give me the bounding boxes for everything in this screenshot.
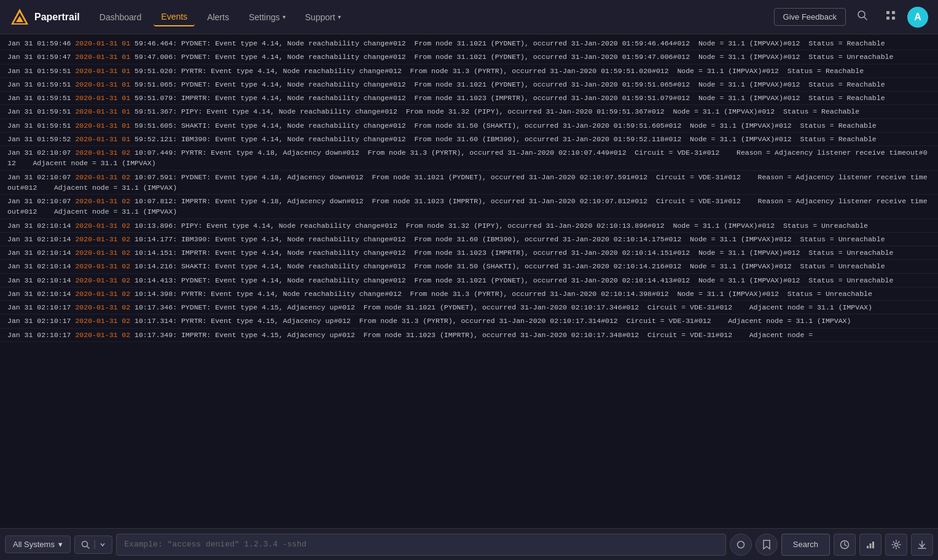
logo-text: Papertrail	[34, 12, 80, 23]
log-timestamp-link[interactable]: 2020-01-31 01	[75, 107, 130, 115]
bottom-right-buttons	[834, 534, 933, 556]
filter-chevron-icon	[100, 542, 106, 548]
grid-icon	[885, 10, 896, 21]
search-icon	[857, 10, 868, 21]
nav-dashboard[interactable]: Dashboard	[92, 9, 149, 26]
log-timestamp-link[interactable]: 2020-01-31 01	[75, 122, 130, 130]
all-systems-button[interactable]: All Systems ▾	[5, 535, 71, 553]
svg-point-16	[895, 543, 898, 546]
log-entry: Jan 31 02:10:07 2020-01-31 02 10:07.812:…	[0, 195, 938, 219]
log-timestamp-link[interactable]: 2020-01-31 02	[75, 303, 130, 311]
settings-button[interactable]	[885, 534, 907, 556]
svg-line-10	[87, 546, 89, 548]
bookmark-button[interactable]	[756, 534, 778, 556]
log-timestamp-link[interactable]: 2020-01-31 02	[75, 222, 130, 230]
log-entry: Jan 31 02:10:14 2020-01-31 02 10:14.398:…	[0, 287, 938, 301]
svg-point-11	[737, 541, 744, 548]
log-entry: Jan 31 02:10:17 2020-01-31 02 10:17.349:…	[0, 329, 938, 342]
gear-icon	[891, 540, 901, 550]
svg-rect-15	[872, 542, 874, 548]
log-timestamp-link[interactable]: 2020-01-31 02	[75, 249, 130, 257]
log-entry: Jan 31 02:10:14 2020-01-31 02 10:14.177:…	[0, 233, 938, 246]
svg-rect-6	[892, 11, 895, 14]
log-entry: Jan 31 02:10:14 2020-01-31 02 10:14.413:…	[0, 274, 938, 287]
log-entry: Jan 31 01:59:51 2020-01-31 01 59:51.367:…	[0, 105, 938, 119]
search-filter-button[interactable]: |	[74, 535, 112, 554]
log-timestamp-link[interactable]: 2020-01-31 01	[75, 53, 130, 61]
log-entry: Jan 31 01:59:51 2020-01-31 01 59:51.079:…	[0, 91, 938, 105]
log-timestamp-link[interactable]: 2020-01-31 01	[75, 94, 130, 102]
search-nav-button[interactable]	[851, 6, 874, 28]
log-timestamp-link[interactable]: 2020-01-31 01	[75, 67, 130, 75]
log-entry: Jan 31 02:10:14 2020-01-31 02 10:14.216:…	[0, 260, 938, 273]
nav-alerts[interactable]: Alerts	[200, 9, 236, 26]
give-feedback-button[interactable]: Give Feedback	[774, 8, 846, 26]
log-entry: Jan 31 02:10:17 2020-01-31 02 10:17.346:…	[0, 301, 938, 314]
log-timestamp-link[interactable]: 2020-01-31 01	[75, 80, 130, 88]
papertrail-logo-icon	[10, 7, 29, 27]
search-button[interactable]: Search	[781, 534, 830, 556]
circle-icon	[737, 540, 745, 549]
log-timestamp-link[interactable]: 2020-01-31 01	[75, 135, 130, 143]
systems-dropdown-arrow: ▾	[58, 540, 63, 549]
log-entry: Jan 31 02:10:14 2020-01-31 02 10:14.151:…	[0, 246, 938, 260]
log-entry: Jan 31 02:10:07 2020-01-31 02 10:07.591:…	[0, 171, 938, 195]
bottom-bar: All Systems ▾ | Search	[0, 528, 938, 560]
svg-rect-8	[892, 17, 895, 20]
download-button[interactable]	[911, 534, 933, 556]
user-avatar[interactable]: A	[907, 7, 928, 28]
download-icon	[917, 540, 927, 550]
log-timestamp-link[interactable]: 2020-01-31 01	[75, 39, 130, 47]
grid-nav-button[interactable]	[879, 6, 902, 28]
chart-icon	[866, 540, 875, 550]
search-small-icon	[81, 540, 90, 549]
settings-dropdown-arrow: ▾	[283, 14, 286, 20]
log-entry: Jan 31 01:59:47 2020-01-31 01 59:47.006:…	[0, 50, 938, 64]
chart-button[interactable]	[859, 534, 881, 556]
log-timestamp-link[interactable]: 2020-01-31 02	[75, 331, 130, 339]
navbar: Papertrail Dashboard Events Alerts Setti…	[0, 0, 938, 34]
log-entry: Jan 31 02:10:17 2020-01-31 02 10:17.314:…	[0, 314, 938, 328]
log-entry: Jan 31 02:10:07 2020-01-31 02 10:07.449:…	[0, 146, 938, 171]
log-entry: Jan 31 02:10:14 2020-01-31 02 10:13.896:…	[0, 219, 938, 233]
record-button[interactable]	[730, 534, 752, 556]
log-timestamp-link[interactable]: 2020-01-31 02	[75, 290, 130, 298]
log-timestamp-link[interactable]: 2020-01-31 02	[75, 276, 130, 284]
search-input[interactable]	[116, 534, 725, 556]
log-timestamp-link[interactable]: 2020-01-31 02	[75, 197, 130, 205]
logo[interactable]: Papertrail	[10, 7, 80, 27]
log-entry: Jan 31 01:59:51 2020-01-31 01 59:51.605:…	[0, 119, 938, 133]
events-log: Jan 31 01:59:46 2020-01-31 01 59:46.464:…	[0, 34, 938, 528]
svg-rect-14	[870, 543, 872, 548]
nav-settings[interactable]: Settings ▾	[241, 9, 293, 26]
clock-icon	[840, 540, 850, 550]
log-timestamp-link[interactable]: 2020-01-31 02	[75, 235, 130, 243]
log-timestamp-link[interactable]: 2020-01-31 02	[75, 173, 130, 181]
log-entry: Jan 31 01:59:51 2020-01-31 01 59:51.020:…	[0, 64, 938, 78]
log-entry: Jan 31 01:59:51 2020-01-31 01 59:51.065:…	[0, 78, 938, 91]
log-timestamp-link[interactable]: 2020-01-31 02	[75, 262, 130, 270]
svg-line-4	[864, 17, 867, 20]
support-dropdown-arrow: ▾	[338, 14, 341, 20]
log-timestamp-link[interactable]: 2020-01-31 02	[75, 149, 130, 157]
nav-support[interactable]: Support ▾	[298, 9, 348, 26]
filter-separator: |	[92, 540, 97, 550]
log-timestamp-link[interactable]: 2020-01-31 02	[75, 317, 130, 325]
nav-events[interactable]: Events	[154, 8, 195, 26]
bookmark-icon	[762, 539, 771, 550]
clock-button[interactable]	[834, 534, 856, 556]
log-entry: Jan 31 01:59:46 2020-01-31 01 59:46.464:…	[0, 37, 938, 50]
svg-rect-13	[867, 546, 869, 548]
svg-rect-7	[886, 17, 889, 20]
svg-rect-5	[886, 11, 889, 14]
log-entry: Jan 31 01:59:52 2020-01-31 01 59:52.121:…	[0, 133, 938, 146]
